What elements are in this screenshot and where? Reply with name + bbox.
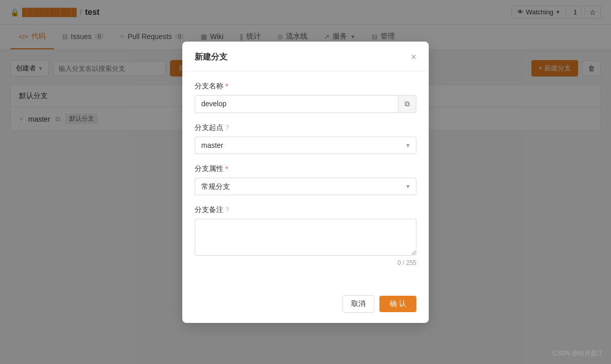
modal-body: 分支名称 * ⧉ 分支起点 ? master ▼ — [182, 71, 429, 142]
branch-source-select[interactable]: master — [195, 137, 400, 142]
branch-source-select-wrap: master ▼ — [195, 137, 416, 142]
new-branch-modal: 新建分支 × 分支名称 * ⧉ 分支起点 ? — [182, 42, 429, 142]
branch-name-copy-button[interactable]: ⧉ — [398, 95, 416, 112]
modal-header: 新建分支 × — [182, 42, 429, 71]
modal-title: 新建分支 — [195, 52, 227, 63]
source-help-icon[interactable]: ? — [225, 124, 229, 131]
branch-source-field: 分支起点 ? master ▼ — [195, 123, 416, 142]
required-star: * — [225, 82, 228, 90]
branch-name-input[interactable] — [195, 95, 398, 112]
branch-name-input-wrap: ⧉ — [195, 95, 416, 113]
modal-close-button[interactable]: × — [411, 52, 416, 62]
branch-source-label: 分支起点 ? — [195, 123, 416, 132]
branch-name-field: 分支名称 * ⧉ — [195, 82, 416, 113]
branch-name-label: 分支名称 * — [195, 82, 416, 91]
modal-overlay[interactable]: 新建分支 × 分支名称 * ⧉ 分支起点 ? — [0, 0, 611, 141]
